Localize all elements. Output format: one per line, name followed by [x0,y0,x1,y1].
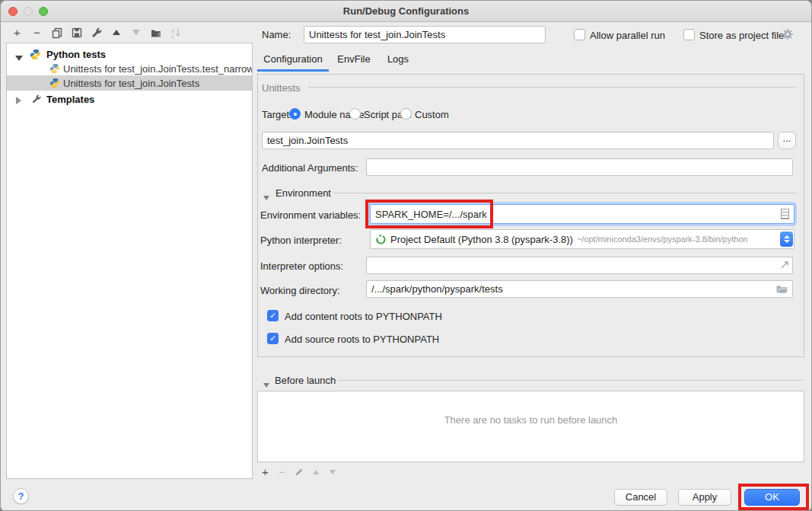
annotation-highlight-env-vars [365,200,493,228]
tree-item-python-tests[interactable]: Python tests [7,46,252,62]
tree-item-label: Unittests for test_join.JoinTests [63,78,199,89]
empty-task-list-message: There are no tasks to run before launch [258,414,804,426]
additional-arguments-input[interactable] [366,158,793,176]
additional-arguments-label: Additional Arguments: [262,162,358,174]
chevron-down-icon [784,240,790,243]
python-icon [30,49,41,60]
plus-icon: + [262,465,269,478]
tree-item-label: Templates [46,94,94,105]
radio-custom[interactable] [400,108,412,120]
group-divider [308,87,797,88]
tree-item-unittests-jointests-selected[interactable]: Unittests for test_join.JoinTests [7,75,252,91]
add-configuration-button[interactable]: + [11,26,24,39]
expand-arrow-icon[interactable] [16,95,21,107]
add-content-roots-checkbox[interactable]: ✓ [267,310,279,321]
tree-item-label: Unittests for test_join.JoinTests.test_n… [63,63,252,75]
working-directory-input[interactable] [366,280,793,298]
name-input[interactable] [304,26,546,43]
expand-field-icon[interactable] [779,259,791,271]
python-icon [49,63,60,74]
interpreter-path: ~/opt/miniconda3/envs/pyspark-3.8/bin/py… [577,235,748,244]
collapse-arrow-icon[interactable] [263,191,269,203]
apply-button[interactable]: Apply [678,489,731,506]
working-directory-label: Working directory: [260,285,340,296]
add-source-roots-label: Add source roots to PYTHONPATH [285,334,439,345]
python-interpreter-label: Python interpreter: [260,235,342,246]
radio-custom-label[interactable]: Custom [415,109,449,120]
unittests-group-title: Unittests [262,82,301,94]
tab-logs[interactable]: Logs [383,53,413,69]
save-configuration-button[interactable] [70,26,83,39]
configurations-tree: Python tests Unittests for test_join.Joi… [6,43,253,479]
title-bar: Run/Debug Configurations [1,1,811,22]
wrench-icon [91,27,103,39]
tree-item-label: Python tests [46,49,106,60]
tab-label: EnvFile [337,53,370,65]
add-task-button[interactable]: + [259,465,272,478]
store-as-project-file-checkbox[interactable] [683,29,695,40]
copy-configuration-button[interactable] [50,26,63,39]
before-launch-task-list[interactable]: There are no tasks to run before launch [257,391,804,462]
allow-parallel-run-label: Allow parallel run [590,30,665,41]
wrench-icon [31,94,42,104]
move-task-up-button[interactable] [309,465,322,478]
folder-icon[interactable] [775,283,788,295]
tree-item-templates[interactable]: Templates [7,91,252,107]
add-content-roots-label: Add content roots to PYTHONPATH [285,311,442,322]
active-tab-underline [257,69,329,72]
tab-envfile[interactable]: EnvFile [336,53,372,69]
browse-module-button[interactable]: ... [778,132,796,149]
move-task-down-button[interactable] [326,465,339,478]
remove-task-button[interactable]: − [275,465,288,478]
move-up-icon [113,30,120,35]
minus-icon: − [33,26,40,39]
help-button[interactable]: ? [13,488,29,504]
edit-task-button[interactable] [292,465,305,478]
tree-item-unittests-test-narrow[interactable]: Unittests for test_join.JoinTests.test_n… [7,61,252,76]
window-title: Run/Debug Configurations [1,5,811,17]
pencil-icon [294,467,304,477]
sort-az-icon: a z [170,27,182,39]
add-source-roots-checkbox[interactable]: ✓ [267,333,279,344]
target-module-input[interactable] [262,132,774,149]
python-icon [49,78,60,88]
target-label: Target: [262,109,292,120]
check-icon: ✓ [269,334,276,343]
allow-parallel-run-checkbox[interactable] [574,29,585,40]
button-label: Cancel [626,491,656,503]
group-divider [333,193,796,193]
move-up-button[interactable] [110,26,123,39]
python-interpreter-select[interactable]: Project Default (Python 3.8 (pyspark-3.8… [370,229,794,249]
gear-icon[interactable] [782,28,794,40]
run-debug-configurations-dialog: Run/Debug Configurations + − [0,0,812,511]
tab-label: Logs [387,53,409,65]
remove-configuration-button[interactable]: − [30,26,43,39]
create-folder-button[interactable] [149,26,162,39]
edit-variables-icon[interactable] [781,209,789,219]
radio-script-path[interactable] [349,108,361,120]
cancel-button[interactable]: Cancel [614,489,667,506]
tab-label: Configuration [263,53,322,65]
radio-module-name[interactable] [289,108,301,120]
sort-configurations-button[interactable]: a z [169,26,182,39]
chevron-up-icon [784,235,790,238]
interpreter-options-label: Interpreter options: [260,260,343,272]
plus-icon: + [14,26,21,39]
svg-text:a: a [171,27,174,33]
copy-icon [51,27,63,39]
interpreter-options-input[interactable] [366,257,793,274]
question-mark-icon: ? [18,490,24,502]
interpreter-value: Project Default (Python 3.8 (pyspark-3.8… [390,234,573,245]
new-folder-icon [150,27,162,39]
annotation-highlight-ok-button [738,484,809,510]
edit-templates-button[interactable] [90,26,103,39]
move-up-icon [313,470,319,474]
tab-configuration[interactable]: Configuration [257,53,329,69]
collapse-arrow-icon[interactable] [263,378,269,390]
environment-variables-label: Environment variables: [260,209,361,221]
save-icon [71,27,83,39]
interpreter-dropdown-button[interactable] [780,232,793,247]
minus-icon: − [279,465,285,478]
move-down-button[interactable] [129,26,142,39]
configurations-toolbar: + − [11,26,182,39]
